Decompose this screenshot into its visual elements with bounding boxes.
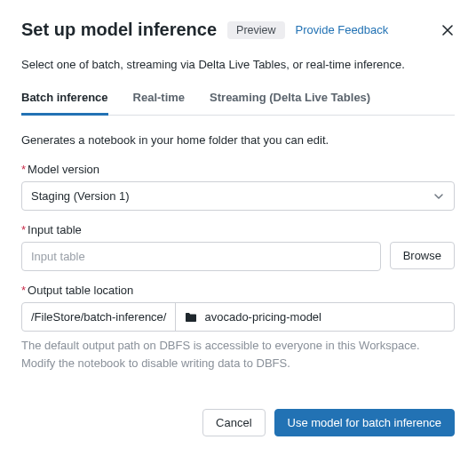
output-location-helper: The default output path on DBFS is acces… [21,337,455,372]
model-version-field: *Model version Staging (Version 1) [21,163,455,211]
output-path-prefix: /FileStore/batch-inference/ [22,303,176,331]
model-version-label: *Model version [21,163,455,176]
close-button[interactable] [440,23,455,37]
output-path-value: avocado-pricing-model [204,310,321,324]
output-location-label: *Output table location [21,284,455,297]
chevron-down-icon [432,190,445,203]
close-icon [440,23,455,37]
tab-batch-inference[interactable]: Batch inference [21,91,108,116]
model-version-select[interactable]: Staging (Version 1) [21,181,455,211]
folder-icon [185,312,197,323]
browse-button[interactable]: Browse [390,242,455,269]
submit-button[interactable]: Use model for batch inference [274,409,455,436]
input-table-input[interactable] [21,242,381,271]
dialog-footer: Cancel Use model for batch inference [21,409,455,436]
output-location-field: *Output table location /FileStore/batch-… [21,284,455,372]
tab-list: Batch inference Real-time Streaming (Del… [21,91,455,116]
tab-real-time[interactable]: Real-time [133,91,186,116]
output-location-control[interactable]: /FileStore/batch-inference/ avocado-pric… [21,302,455,332]
input-table-field: *Input table Browse [21,223,455,271]
dialog-header: Set up model inference Preview Provide F… [21,20,455,40]
tab-description: Generates a notebook in your home folder… [21,133,455,147]
input-table-label: *Input table [21,223,455,236]
cancel-button[interactable]: Cancel [202,409,265,436]
preview-badge: Preview [227,21,284,39]
output-path-value-cell: avocado-pricing-model [176,303,454,331]
tab-streaming[interactable]: Streaming (Delta Live Tables) [210,91,370,116]
dialog-subtitle: Select one of batch, streaming via Delta… [21,58,455,71]
dialog-title: Set up model inference [21,20,217,40]
provide-feedback-link[interactable]: Provide Feedback [296,23,389,36]
model-version-value: Staging (Version 1) [31,189,130,203]
